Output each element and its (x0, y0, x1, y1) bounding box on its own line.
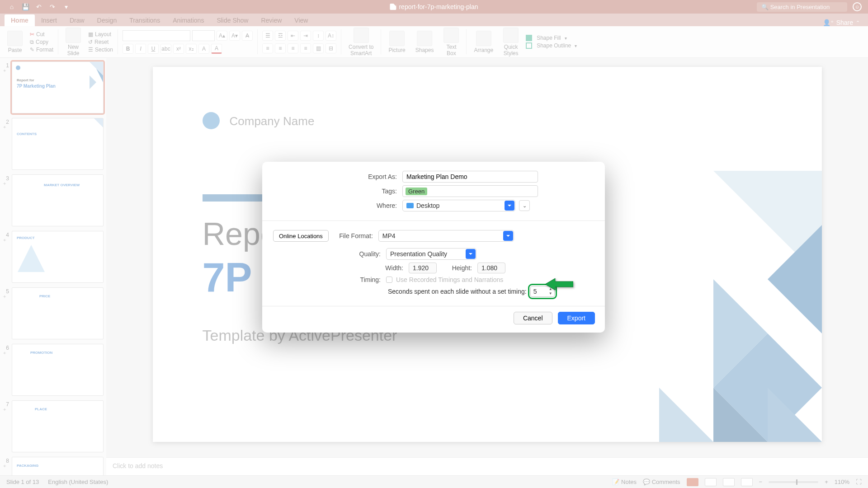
notes-pane[interactable]: Click to add notes (106, 457, 868, 475)
home-icon[interactable]: ⌂ (8, 3, 15, 10)
font-size-select[interactable] (192, 30, 215, 41)
use-recorded-timings-checkbox[interactable] (386, 277, 392, 283)
width-field[interactable]: 1.920 (409, 263, 437, 273)
customize-icon[interactable]: ▾ (62, 3, 70, 10)
shapes-button[interactable]: Shapes (413, 31, 437, 53)
strike-button[interactable]: abc (160, 44, 171, 54)
paste-button[interactable]: Paste (5, 31, 25, 53)
copy-button[interactable]: ⧉Copy (30, 39, 53, 45)
online-locations-button[interactable]: Online Locations (273, 230, 329, 242)
slide-thumbnail-6[interactable]: PROMOTION (12, 344, 104, 396)
highlight-button[interactable]: A (198, 44, 209, 54)
subscript-button[interactable]: x₂ (186, 44, 197, 54)
normal-view-button[interactable] (687, 478, 698, 486)
height-field[interactable]: 1.080 (477, 263, 505, 273)
underline-button[interactable]: U (148, 44, 159, 54)
increase-font-button[interactable]: A▴ (217, 31, 227, 41)
tags-field[interactable]: Green (402, 185, 538, 197)
new-slide-button[interactable]: New Slide (63, 28, 84, 56)
expand-browser-button[interactable]: ⌄ (519, 200, 530, 211)
italic-button[interactable]: I (135, 44, 146, 54)
fit-to-window-button[interactable]: ⛶ (856, 479, 862, 485)
convert-smartart-button[interactable]: Convert to SmartArt (346, 28, 376, 56)
font-family-select[interactable] (123, 30, 190, 41)
tab-insert[interactable]: Insert (35, 14, 63, 26)
format-button[interactable]: ✎Format (30, 47, 53, 53)
textbox-button[interactable]: Text Box (441, 28, 462, 56)
undo-icon[interactable]: ↶ (35, 3, 42, 10)
tab-draw[interactable]: Draw (63, 14, 91, 26)
tag-chip-green[interactable]: Green (406, 188, 427, 195)
quality-dropdown-button[interactable] (466, 249, 476, 259)
tab-view[interactable]: View (288, 14, 314, 26)
cut-button[interactable]: ✂Cut (30, 31, 53, 38)
numbering-button[interactable]: ☲ (275, 31, 286, 41)
stepper-spin-buttons[interactable]: ▲▼ (548, 287, 553, 296)
slide-counter[interactable]: Slide 1 of 13 (6, 479, 39, 485)
user-avatar-icon[interactable]: ☺ (853, 2, 862, 11)
search-box[interactable]: 🔍 Search in Presentation (757, 2, 847, 12)
align-center-button[interactable]: ≡ (275, 43, 286, 53)
arrange-button[interactable]: Arrange (471, 31, 496, 53)
slide-thumbnail-1[interactable]: Report for 7P Marketing Plan (12, 61, 104, 113)
seconds-per-slide-stepper[interactable]: 5 ▲▼ (530, 286, 555, 297)
tab-slideshow[interactable]: Slide Show (210, 14, 255, 26)
zoom-in-button[interactable]: + (825, 479, 828, 485)
shape-outline-button[interactable]: Shape Outline▾ (526, 42, 577, 49)
export-button[interactable]: Export (558, 312, 595, 324)
align-text-button[interactable]: ⊟ (326, 43, 336, 53)
superscript-button[interactable]: x² (173, 44, 184, 54)
align-right-button[interactable]: ≡ (288, 43, 298, 53)
text-direction-button[interactable]: A↕ (326, 31, 336, 41)
stepper-down-icon[interactable]: ▼ (548, 292, 553, 296)
section-button[interactable]: ☰Section (88, 47, 113, 53)
reading-view-button[interactable] (723, 478, 735, 486)
slide-thumbnails-panel[interactable]: 1✦ Report for 7P Marketing Plan 2✦CONTEN… (0, 58, 106, 475)
justify-button[interactable]: ≡ (300, 43, 311, 53)
company-logo-placeholder[interactable] (203, 112, 220, 129)
company-name-text[interactable]: Company Name (230, 114, 315, 128)
align-left-button[interactable]: ≡ (262, 43, 273, 53)
zoom-percent[interactable]: 110% (835, 479, 849, 485)
bold-button[interactable]: B (123, 44, 133, 54)
quick-styles-button[interactable]: Quick Styles (500, 28, 521, 56)
share-button[interactable]: 👤⁺ Share ⌃ (823, 19, 868, 26)
reset-button[interactable]: ↺Reset (88, 39, 113, 45)
bullets-button[interactable]: ☰ (262, 31, 273, 41)
cancel-button[interactable]: Cancel (514, 312, 552, 324)
tab-home[interactable]: Home (5, 14, 35, 26)
zoom-out-button[interactable]: − (759, 479, 763, 485)
zoom-slider[interactable] (769, 481, 818, 483)
save-icon[interactable]: 💾 (22, 3, 29, 10)
columns-button[interactable]: ▥ (313, 43, 324, 53)
indent-button[interactable]: ⇥ (300, 31, 311, 41)
clear-format-button[interactable]: A̶ (242, 31, 253, 41)
shape-fill-button[interactable]: Shape Fill▾ (526, 35, 577, 41)
quality-select[interactable]: Presentation Quality (386, 248, 476, 260)
file-format-select[interactable]: MP4 (378, 230, 514, 242)
outdent-button[interactable]: ⇤ (288, 31, 298, 41)
tab-design[interactable]: Design (91, 14, 123, 26)
tab-review[interactable]: Review (255, 14, 288, 26)
layout-button[interactable]: ▦Layout (88, 31, 113, 38)
file-format-dropdown-button[interactable] (503, 231, 513, 241)
stepper-up-icon[interactable]: ▲ (548, 287, 553, 291)
slide-thumbnail-5[interactable]: PRICE (12, 287, 104, 339)
font-color-button[interactable]: A (211, 44, 222, 54)
where-select[interactable]: Desktop (402, 200, 515, 211)
line-spacing-button[interactable]: ↕ (313, 31, 324, 41)
slide-thumbnail-3[interactable]: MARKET OVERVIEW (12, 174, 104, 226)
language-indicator[interactable]: English (United States) (48, 479, 108, 485)
tab-transitions[interactable]: Transitions (123, 14, 166, 26)
slide-thumbnail-2[interactable]: CONTENTS (12, 118, 104, 170)
comments-toggle[interactable]: 💬 Comments (643, 479, 680, 485)
slide-thumbnail-7[interactable]: PLACE (12, 400, 104, 452)
slide-thumbnail-4[interactable]: PRODUCT (12, 231, 104, 283)
picture-button[interactable]: Picture (386, 31, 408, 53)
export-as-field[interactable] (402, 171, 538, 183)
slide-thumbnail-8[interactable]: PACKAGING (12, 457, 104, 475)
sorter-view-button[interactable] (705, 478, 717, 486)
decrease-font-button[interactable]: A▾ (229, 31, 240, 41)
chevron-up-icon[interactable]: ⌃ (856, 20, 860, 26)
notes-toggle[interactable]: 📝 Notes (612, 479, 637, 485)
